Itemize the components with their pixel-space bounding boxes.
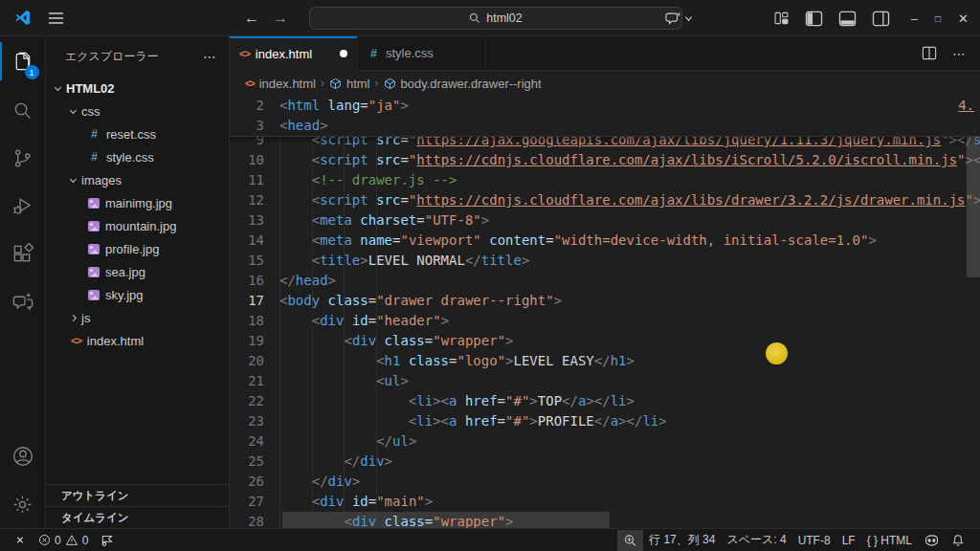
cursor-position[interactable]: 行 17、列 34 <box>643 530 721 551</box>
tree-item-sea-jpg[interactable]: sea.jpg <box>46 260 229 283</box>
code-line-24[interactable]: 24 </ul> <box>230 431 980 452</box>
file-tree: HTML02css#reset.css#style.cssimagesmaini… <box>46 77 229 484</box>
explorer-icon[interactable]: 1 <box>0 36 46 86</box>
toggle-panel-icon[interactable] <box>838 11 857 27</box>
code-line-21[interactable]: 21 <ul> <box>230 371 980 391</box>
copilot-menu-button[interactable] <box>665 11 693 26</box>
tree-item-css[interactable]: css <box>46 99 229 122</box>
scrollbar-thumb[interactable] <box>967 137 980 277</box>
forward-button[interactable]: → <box>273 10 288 27</box>
copilot-chat-icon[interactable] <box>0 277 46 325</box>
code-line-28[interactable]: 28 <div class="wrapper"> <box>230 512 980 528</box>
menu-icon[interactable] <box>49 12 63 24</box>
line-number: 22 <box>230 391 279 411</box>
toggle-secondary-sidebar-icon[interactable] <box>872 11 890 27</box>
outline-section[interactable]: アウトライン <box>46 484 229 506</box>
tree-item-index-html[interactable]: <>index.html <box>46 329 229 352</box>
chevron-right-icon <box>70 314 77 320</box>
account-icon[interactable] <box>0 432 46 480</box>
code-line-22[interactable]: 22 <li><a href="#">TOP</a></li> <box>230 391 980 411</box>
zoom-indicator[interactable] <box>617 530 643 551</box>
source-control-icon[interactable] <box>0 134 46 182</box>
code-line-16[interactable]: 16</head> <box>230 271 980 291</box>
chevron-down-icon <box>70 106 77 113</box>
symbol-element-icon <box>329 77 342 90</box>
toggle-primary-sidebar-icon[interactable] <box>805 11 823 27</box>
modified-dot-icon[interactable] <box>340 50 347 57</box>
window-minimize-button[interactable]: – <box>911 11 918 26</box>
code-line-13[interactable]: 13 <meta charset="UTF-8"> <box>230 210 980 231</box>
settings-gear-icon[interactable] <box>0 480 46 528</box>
window-maximize-button[interactable]: □ <box>935 13 941 24</box>
line-number: 25 <box>230 452 279 472</box>
indentation[interactable]: スペース: 4 <box>721 530 791 551</box>
tree-item-mountain-jpg[interactable]: mountain.jpg <box>46 214 229 237</box>
code-editor[interactable]: 4. 2<html lang="ja">3<head> 9 <script sr… <box>230 96 980 528</box>
code-line-3[interactable]: 3<head> <box>230 116 980 136</box>
tree-item-profile-jpg[interactable]: profile.jpg <box>46 237 229 260</box>
code-line-10[interactable]: 10 <script src="https://cdnjs.cloudflare… <box>230 150 980 170</box>
breadcrumb-html[interactable]: html <box>329 77 370 91</box>
ports-icon[interactable] <box>94 530 120 551</box>
code-line-20[interactable]: 20 <h1 class="logo">LEVEL EASY</h1> <box>230 351 980 371</box>
line-number: 13 <box>230 210 279 231</box>
tree-item-js[interactable]: js <box>46 306 229 329</box>
breadcrumb-separator: › <box>321 77 324 90</box>
code-line-26[interactable]: 26 </div> <box>230 472 980 492</box>
tree-item-label: profile.jpg <box>105 242 159 256</box>
breadcrumb-file[interactable]: <> index.html <box>245 77 316 91</box>
code-lines: 9 <script src="https://ajax.googleapis.c… <box>230 137 980 528</box>
vscode-logo-icon <box>13 9 32 27</box>
tab-label: style.css <box>386 46 434 60</box>
remote-indicator[interactable] <box>8 530 33 551</box>
code-line-19[interactable]: 19 <div class="wrapper"> <box>230 331 980 351</box>
outline-label: アウトライン <box>61 489 129 503</box>
extensions-icon[interactable] <box>0 230 46 277</box>
back-button[interactable]: ← <box>244 10 259 27</box>
code-line-18[interactable]: 18 <div id="header"> <box>230 311 980 331</box>
image-file-icon <box>88 198 100 209</box>
code-line-27[interactable]: 27 <div id="main"> <box>230 492 980 512</box>
customize-layout-icon[interactable] <box>773 11 790 26</box>
tree-item-HTML02[interactable]: HTML02 <box>46 77 229 99</box>
code-line-17[interactable]: 17<body class="drawer drawer--right"> <box>230 291 980 311</box>
breadcrumb-body[interactable]: body.drawer.drawer--right <box>384 77 542 91</box>
code-line-11[interactable]: 11 <!-- drawer.js --> <box>230 170 980 190</box>
titlebar: ← → html02 – □ <box>0 0 980 36</box>
tree-item-reset-css[interactable]: #reset.css <box>46 122 229 145</box>
language-mode[interactable]: { } HTML <box>861 530 918 551</box>
tree-item-sky-jpg[interactable]: sky.jpg <box>46 283 229 306</box>
tree-item-label: sea.jpg <box>105 265 145 279</box>
encoding[interactable]: UTF-8 <box>792 530 836 551</box>
run-and-debug-icon[interactable] <box>0 182 46 230</box>
code-line-23[interactable]: 23 <li><a href="#">PROFILE</a></li> <box>230 411 980 431</box>
code-line-25[interactable]: 25 </div> <box>230 452 980 472</box>
problems-indicator[interactable]: 0 0 <box>33 530 94 551</box>
tree-item-mainimg-jpg[interactable]: mainimg.jpg <box>46 191 229 214</box>
window-close-button[interactable]: ✕ <box>958 11 969 26</box>
tree-item-label: mountain.jpg <box>105 219 176 233</box>
line-number: 26 <box>230 472 279 492</box>
tree-item-label: js <box>81 311 90 325</box>
command-center-search[interactable]: html02 <box>309 7 682 30</box>
editor-more-actions-icon[interactable]: ⋯ <box>952 46 967 61</box>
eol-sequence[interactable]: LF <box>836 530 861 551</box>
tab-style-css[interactable]: # style.css <box>358 36 486 71</box>
code-line-9[interactable]: 9 <script src="https://ajax.googleapis.c… <box>230 137 980 150</box>
copilot-status-icon[interactable] <box>918 530 946 551</box>
search-view-icon[interactable] <box>0 86 46 134</box>
tree-item-style-css[interactable]: #style.css <box>46 145 229 168</box>
line-number: 14 <box>230 231 279 251</box>
code-line-12[interactable]: 12 <script src="https://cdnjs.cloudflare… <box>230 190 980 210</box>
code-line-15[interactable]: 15 <title>LEVEL NORMAL</title> <box>230 251 980 271</box>
split-editor-icon[interactable] <box>922 46 937 60</box>
notifications-bell-icon[interactable] <box>946 530 970 551</box>
tree-item-label: images <box>81 173 122 187</box>
timeline-section[interactable]: タイムライン <box>46 506 229 528</box>
tab-index-html[interactable]: <> index.html <box>230 36 358 71</box>
code-line-2[interactable]: 2<html lang="ja"> <box>230 96 980 116</box>
more-actions-icon[interactable]: ⋯ <box>203 49 217 64</box>
tree-item-images[interactable]: images <box>46 168 229 191</box>
code-line-14[interactable]: 14 <meta name="viewport" content="width=… <box>230 231 980 251</box>
tree-item-label: css <box>81 104 100 119</box>
